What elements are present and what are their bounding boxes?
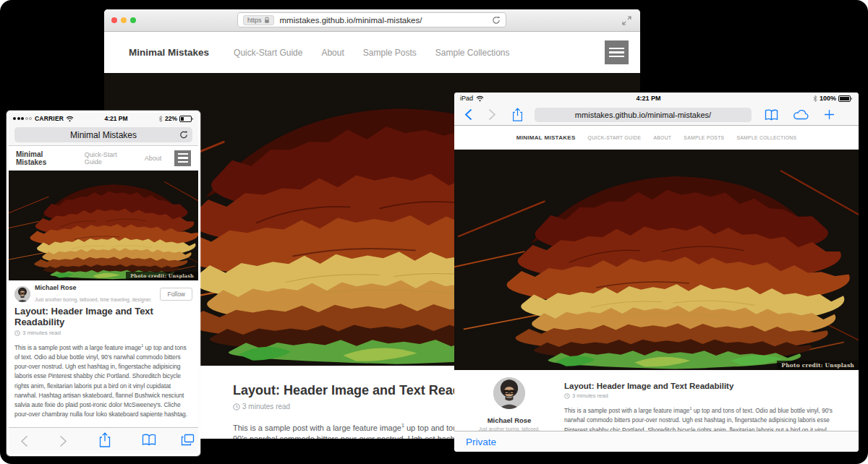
bluetooth-icon: [813, 95, 817, 102]
iphone-device: CARRIER 4:21 PM 22% Minimal Mistakes Min…: [7, 111, 200, 456]
article-lead-paragraph: This is a sample post with a large featu…: [564, 404, 844, 433]
carrier-label: CARRIER: [35, 115, 64, 122]
ipad-device: iPad 4:21 PM 100% mmistakes.github.io/mi…: [454, 93, 859, 452]
nav-link-quick-start[interactable]: Quick-Start Guide: [234, 48, 302, 58]
nav-link-quick-start[interactable]: Quick-Start Guide: [85, 151, 132, 166]
nav-link-sample-posts[interactable]: SAMPLE POSTS: [684, 135, 724, 140]
signal-strength-icon: [13, 117, 32, 120]
author-name: Michael Rose: [475, 416, 544, 424]
ipad-status-bar: iPad 4:21 PM 100%: [454, 93, 859, 104]
feature-image-iphone: Photo credit: Unsplash: [9, 171, 198, 280]
clock-icon: [14, 330, 20, 336]
bluetooth-icon: [158, 116, 163, 122]
author-avatar: [493, 377, 525, 409]
menu-toggle-icon[interactable]: [174, 150, 191, 166]
desktop-site-nav: Minimal Mistakes Quick-Start Guide About…: [104, 32, 640, 73]
nav-link-sample-collections[interactable]: Sample Collections: [435, 48, 510, 58]
nav-link-about[interactable]: ABOUT: [653, 135, 671, 140]
lock-icon: [264, 17, 270, 24]
battery-icon: [179, 116, 194, 122]
author-bio: Just another boring, tattooed, time trav…: [35, 297, 152, 302]
device-label: iPad: [460, 95, 473, 102]
battery-icon: [838, 95, 853, 102]
bookmarks-icon[interactable]: [765, 109, 778, 121]
responsive-device-showcase: https mmistakes.github.io/minimal-mistak…: [0, 0, 868, 464]
iphone-site-nav: Minimal Mistakes Quick-Start Guide About: [9, 146, 198, 171]
ipad-address-field[interactable]: mmistakes.github.io/minimal-mistakes/: [535, 108, 752, 122]
article-title: Layout: Header Image and Text Readabilit…: [564, 382, 844, 390]
photo-credit-label: Photo credit: Unsplash: [777, 361, 859, 370]
status-time: 4:21 PM: [74, 115, 158, 122]
author-name: Michael Rose: [35, 284, 152, 291]
private-browsing-bar: Private: [454, 431, 859, 452]
article-lead-paragraph: This is a sample post with a large featu…: [14, 341, 192, 419]
fullscreen-icon[interactable]: [622, 16, 631, 25]
wifi-icon: [476, 95, 484, 102]
url-text: mmistakes.github.io/minimal-mistakes/: [280, 16, 492, 25]
reload-icon[interactable]: [179, 130, 188, 139]
photo-credit-label: Photo credit: Unsplash: [126, 272, 198, 280]
site-title-link[interactable]: MINIMAL MISTAKES: [516, 134, 576, 141]
back-icon[interactable]: [464, 108, 472, 121]
nav-link-sample-posts[interactable]: Sample Posts: [363, 48, 417, 58]
back-icon[interactable]: [20, 435, 28, 447]
private-button[interactable]: Private: [466, 437, 496, 447]
address-bar[interactable]: https mmistakes.github.io/minimal-mistak…: [237, 12, 506, 27]
share-icon[interactable]: [99, 432, 111, 448]
site-title-link[interactable]: Minimal Mistakes: [129, 47, 209, 58]
url-text: mmistakes.github.io/minimal-mistakes/: [575, 111, 711, 119]
ipad-site-nav: MINIMAL MISTAKES QUICK-START GUIDE ABOUT…: [454, 126, 859, 150]
ipad-article: Michael Rose Just another boring, tattoo…: [454, 370, 859, 433]
iphone-article: Michael Rose Just another boring, tattoo…: [9, 280, 198, 429]
site-title-link[interactable]: Minimal Mistakes: [16, 150, 70, 166]
wifi-icon: [66, 116, 74, 122]
zoom-window-button[interactable]: [130, 17, 136, 23]
read-time: 3 minutes read: [564, 392, 844, 399]
nav-link-quick-start[interactable]: QUICK-START GUIDE: [588, 135, 642, 140]
status-time: 4:21 PM: [484, 95, 813, 102]
forward-icon[interactable]: [488, 108, 496, 121]
battery-percent: 22%: [165, 115, 177, 122]
article-title: Layout: Header Image and Text Readabilit…: [14, 306, 192, 327]
author-row: Michael Rose Just another boring, tattoo…: [14, 285, 192, 304]
iphone-url-bar: Minimal Mistakes: [9, 124, 198, 146]
battery-percent: 100%: [820, 95, 836, 102]
bookmarks-icon[interactable]: [142, 434, 156, 446]
page-title: Minimal Mistakes: [14, 130, 192, 140]
read-time: 3 minutes read: [14, 330, 192, 336]
new-tab-icon[interactable]: [824, 109, 835, 120]
icloud-tabs-icon[interactable]: [793, 109, 809, 120]
tabs-icon[interactable]: [181, 434, 195, 446]
forward-icon[interactable]: [59, 435, 67, 447]
iphone-status-bar: CARRIER 4:21 PM 22%: [9, 113, 198, 124]
browser-titlebar: https mmistakes.github.io/minimal-mistak…: [104, 9, 640, 32]
nav-link-about[interactable]: About: [321, 48, 344, 58]
safari-bottom-toolbar: [9, 427, 198, 454]
https-label: https: [247, 17, 262, 24]
minimize-window-button[interactable]: [121, 17, 127, 23]
author-avatar: [14, 286, 30, 302]
clock-icon: [233, 403, 240, 411]
safari-toolbar: mmistakes.github.io/minimal-mistakes/: [454, 104, 859, 126]
reload-icon[interactable]: [492, 16, 501, 25]
clock-icon: [564, 393, 570, 399]
iphone-address-field[interactable]: Minimal Mistakes: [14, 127, 192, 142]
nav-link-sample-collections[interactable]: SAMPLE COLLECTIONS: [736, 135, 796, 140]
close-window-button[interactable]: [111, 17, 117, 23]
menu-toggle-icon[interactable]: [605, 40, 629, 64]
nav-link-about[interactable]: About: [145, 155, 162, 162]
follow-button[interactable]: Follow: [160, 288, 192, 301]
author-sidebar: Michael Rose Just another boring, tattoo…: [475, 377, 544, 433]
https-badge: https: [243, 15, 274, 25]
share-icon[interactable]: [512, 108, 523, 122]
feature-image-ipad: Photo credit: Unsplash: [454, 150, 859, 370]
